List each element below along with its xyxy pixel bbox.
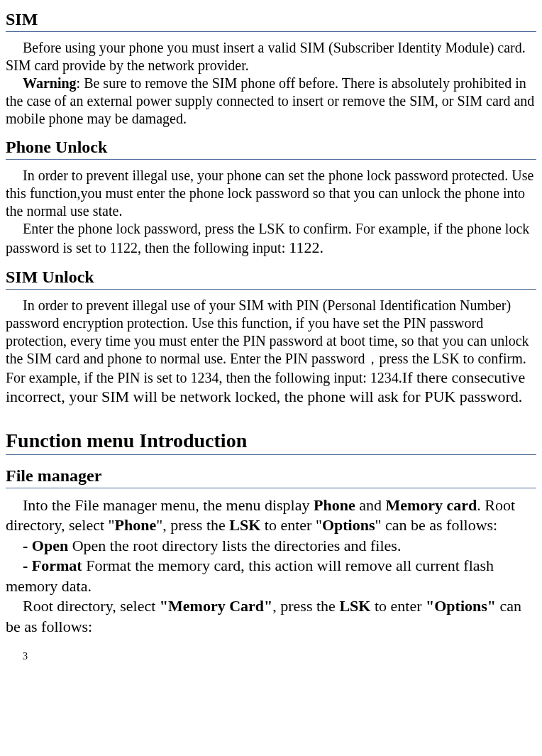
fm-intro-5: to enter " <box>260 516 322 534</box>
fm-root2-lsk: LSK <box>339 597 370 615</box>
heading-file-manager: File manager <box>6 465 536 488</box>
fm-intro-2: and <box>355 496 386 514</box>
phone-unlock-code: 1122. <box>289 239 323 256</box>
fm-open-label: - Open <box>23 537 68 554</box>
heading-sim-unlock: SIM Unlock <box>6 266 536 290</box>
phone-unlock-para1: In order to prevent illegal use, your ph… <box>6 168 533 219</box>
warning-text: : Be sure to remove the SIM phone off be… <box>6 75 534 126</box>
fm-open-desc: Open the root directory lists the direct… <box>68 537 401 554</box>
fm-intro-1: Into the File manager menu, the menu dis… <box>23 496 314 514</box>
phone-unlock-para2-text: Enter the phone lock password, press the… <box>6 221 529 256</box>
fm-lsk-bold: LSK <box>229 516 260 534</box>
fm-root2-memory: "Memory Card" <box>160 597 272 615</box>
fm-memory-bold: Memory card <box>385 496 477 514</box>
heading-sim: SIM <box>6 9 536 32</box>
heading-function-menu: Function menu Introduction <box>6 428 536 455</box>
fm-root2-options: "Options" <box>426 597 496 615</box>
fm-root2-1: Root directory, select <box>23 597 160 615</box>
fm-intro-4: ", press the <box>156 516 229 534</box>
warning-label: Warning <box>23 75 77 91</box>
page-number: 3 <box>23 650 536 663</box>
fm-options-bold: Options <box>322 516 375 534</box>
fm-phone-bold-2: Phone <box>115 516 157 534</box>
heading-phone-unlock: Phone Unlock <box>6 136 536 160</box>
fm-root2-3: to enter <box>370 597 426 615</box>
sim-paragraph: Before using your phone you must insert … <box>6 39 536 128</box>
fm-phone-bold: Phone <box>314 496 355 514</box>
sim-intro-text: Before using your phone you must insert … <box>6 40 526 73</box>
fm-format-label: - Format <box>23 557 82 574</box>
fm-root2-2: , press the <box>272 597 339 615</box>
file-manager-paragraph: Into the File manager menu, the menu dis… <box>6 495 536 637</box>
phone-unlock-paragraph: In order to prevent illegal use, your ph… <box>6 167 536 258</box>
fm-intro-6: " can be as follows: <box>375 516 498 534</box>
sim-unlock-paragraph: In order to prevent illegal use of your … <box>6 297 536 407</box>
